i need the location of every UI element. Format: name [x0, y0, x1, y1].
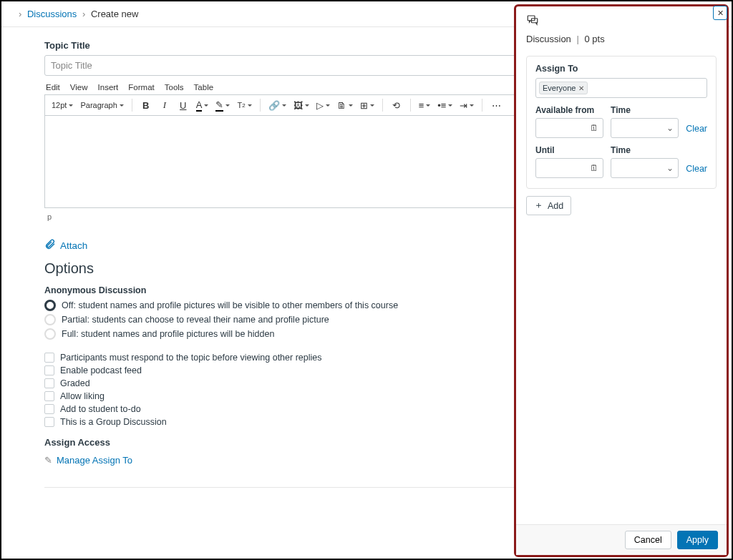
superscript-button[interactable]: T2: [235, 97, 253, 113]
checkbox-icon: [44, 378, 54, 388]
manage-assign-to-label: Manage Assign To: [57, 455, 132, 466]
panel-close-button[interactable]: ✕: [713, 6, 727, 20]
remove-tag-button[interactable]: ✕: [578, 84, 584, 92]
add-assign-button[interactable]: ＋ Add: [526, 196, 571, 215]
available-from-time-input[interactable]: ⌄: [611, 118, 679, 138]
checkbox-label: Add to student to-do: [60, 404, 141, 414]
checkbox-icon: [44, 365, 54, 375]
indent-button[interactable]: ⇥: [457, 97, 476, 113]
media-button[interactable]: ▷: [314, 97, 332, 113]
calendar-icon: 🗓: [590, 163, 598, 173]
radio-icon: [44, 314, 56, 325]
rce-menu-format[interactable]: Format: [128, 83, 154, 92]
clear-until[interactable]: Clear: [686, 164, 707, 178]
apps-button[interactable]: ⊞: [358, 97, 377, 113]
available-from-input[interactable]: 🗓: [535, 118, 603, 138]
toolbar-separator: [482, 99, 482, 112]
text-color-button[interactable]: A: [194, 97, 211, 113]
rce-menu-view[interactable]: View: [70, 83, 88, 92]
until-input[interactable]: 🗓: [535, 158, 603, 178]
radio-icon: [44, 300, 56, 311]
checkbox-icon: [44, 391, 54, 401]
toolbar-separator: [410, 99, 411, 112]
assign-card: Assign To Everyone ✕ Available from 🗓 Ti…: [526, 56, 717, 189]
italic-button[interactable]: I: [157, 97, 173, 113]
toolbar-separator: [382, 99, 383, 112]
assign-to-panel: ✕ Discussion | 0 pts Assign To Everyone …: [514, 4, 729, 557]
rce-menu-edit[interactable]: Edit: [46, 83, 60, 92]
assign-to-label: Assign To: [535, 64, 707, 74]
separator-icon: |: [576, 34, 578, 44]
checkbox-label: This is a Group Discussion: [60, 417, 167, 427]
font-size-select[interactable]: 12pt: [49, 97, 75, 113]
underline-button[interactable]: U: [175, 97, 191, 113]
apply-button[interactable]: Apply: [677, 531, 718, 549]
toolbar-separator: [260, 99, 261, 112]
available-from-label: Available from: [535, 105, 603, 115]
clear-available-from[interactable]: Clear: [686, 124, 707, 138]
breadcrumb-chevron-icon: ›: [19, 9, 21, 19]
calendar-icon: 🗓: [590, 123, 598, 133]
bullet-list-button[interactable]: •≡: [435, 97, 455, 113]
rce-menu-tools[interactable]: Tools: [165, 83, 184, 92]
rce-menu-insert[interactable]: Insert: [98, 83, 119, 92]
toolbar-separator: [132, 99, 132, 112]
plus-icon: ＋: [534, 200, 543, 212]
radio-icon: [44, 328, 56, 340]
cancel-button[interactable]: Cancel: [625, 531, 671, 549]
bold-button[interactable]: B: [138, 97, 154, 113]
checkbox-icon: [44, 404, 54, 414]
chevron-down-icon: ⌄: [666, 163, 674, 173]
document-button[interactable]: 🗎: [335, 97, 355, 113]
checkbox-label: Graded: [60, 378, 90, 388]
attach-label: Attach: [60, 240, 87, 251]
anon-option-label: Off: student names and profile pictures …: [62, 300, 398, 310]
tag-label: Everyone: [543, 84, 576, 92]
link-button[interactable]: 🔗: [266, 97, 288, 113]
pencil-icon: ✎: [44, 455, 52, 466]
checkbox-label: Allow liking: [60, 391, 105, 401]
breadcrumb-current: Create new: [91, 9, 138, 19]
panel-title: Discussion: [526, 34, 571, 44]
rce-menu-table[interactable]: Table: [194, 83, 214, 92]
panel-header: Discussion | 0 pts: [516, 6, 727, 47]
until-time-label: Time: [611, 145, 679, 155]
align-button[interactable]: ≡: [417, 97, 433, 113]
tag-everyone: Everyone ✕: [539, 82, 588, 94]
checkbox-icon: [44, 353, 54, 363]
clear-formatting-button[interactable]: ⟲: [389, 97, 404, 113]
panel-points: 0 pts: [585, 34, 605, 44]
paragraph-style-select[interactable]: Paragraph: [78, 97, 125, 113]
chevron-down-icon: ⌄: [666, 123, 674, 133]
breadcrumb-chevron-icon: ›: [82, 9, 85, 19]
more-button[interactable]: ⋯: [488, 97, 504, 113]
assign-to-input[interactable]: Everyone ✕: [535, 78, 707, 98]
highlight-color-button[interactable]: ✎: [213, 97, 232, 113]
checkbox-label: Enable podcast feed: [60, 365, 142, 375]
anon-option-label: Partial: students can choose to reveal t…: [62, 315, 329, 325]
until-label: Until: [535, 145, 603, 155]
available-from-time-label: Time: [611, 105, 679, 115]
discussion-icon: [526, 14, 717, 29]
anon-option-label: Full: student names and profile pictures…: [62, 329, 274, 339]
until-time-input[interactable]: ⌄: [611, 158, 679, 178]
paperclip-icon: [44, 238, 56, 253]
breadcrumb-link-discussions[interactable]: Discussions: [27, 9, 77, 19]
checkbox-icon: [44, 417, 54, 427]
panel-title-row: Discussion | 0 pts: [526, 34, 717, 44]
checkbox-label: Participants must respond to the topic b…: [60, 353, 321, 363]
panel-footer: Cancel Apply: [516, 524, 727, 555]
add-label: Add: [548, 201, 563, 211]
image-button[interactable]: 🖼: [291, 97, 311, 113]
